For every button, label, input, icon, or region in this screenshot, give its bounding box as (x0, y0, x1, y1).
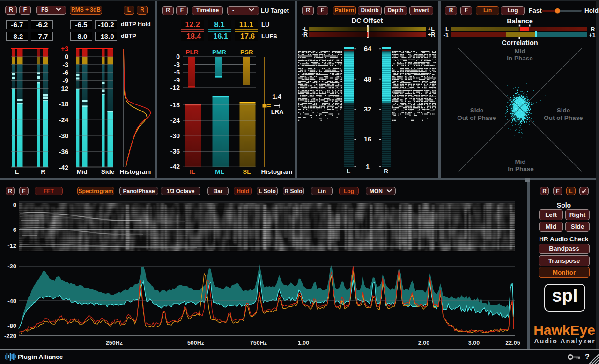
svg-text:-20: -20 (7, 263, 16, 270)
svg-text:Side: Side (101, 168, 115, 175)
svg-text:-9: -9 (174, 76, 180, 84)
svg-text:-220: -220 (4, 333, 16, 340)
svg-text:-3: -3 (174, 61, 180, 68)
svg-text:-30: -30 (59, 132, 68, 140)
svg-text:Histogram: Histogram (261, 168, 293, 175)
svg-text:-12: -12 (170, 84, 180, 91)
svg-text:-36: -36 (59, 148, 68, 156)
svg-text:-9: -9 (63, 77, 69, 84)
svg-text:-80: -80 (7, 322, 16, 329)
svg-text:LRA: LRA (271, 108, 284, 115)
svg-text:DC Offset: DC Offset (352, 17, 383, 24)
svg-text:Balance: Balance (507, 17, 533, 25)
svg-text:-12: -12 (7, 242, 16, 249)
svg-text:32: 32 (364, 105, 371, 113)
svg-text:3.00: 3.00 (468, 340, 480, 346)
svg-text:PLR: PLR (186, 49, 199, 56)
svg-text:Out of Phase: Out of Phase (544, 114, 583, 121)
svg-text:48: 48 (364, 75, 371, 83)
svg-text:-12: -12 (59, 85, 68, 92)
svg-text:1.4: 1.4 (272, 93, 281, 100)
svg-text:-1: -1 (443, 31, 449, 38)
svg-text:0: 0 (13, 201, 16, 208)
svg-text:250Hz: 250Hz (106, 340, 123, 346)
svg-text:1: 1 (366, 163, 370, 171)
svg-text:Mid: Mid (514, 48, 525, 55)
svg-text:Mid: Mid (76, 168, 87, 175)
svg-text:PSR: PSR (240, 49, 253, 56)
svg-text:-6: -6 (63, 69, 69, 76)
svg-text:PMR: PMR (212, 49, 226, 56)
svg-text:Out of Phase: Out of Phase (457, 114, 496, 121)
svg-text:-3: -3 (63, 61, 69, 68)
svg-text:ML: ML (215, 168, 224, 175)
svg-text:L: L (347, 168, 350, 175)
svg-text:64: 64 (364, 45, 371, 52)
svg-text:-42: -42 (59, 164, 68, 171)
svg-text:-42: -42 (170, 163, 180, 171)
svg-text:-30: -30 (170, 132, 180, 140)
svg-text:In Phase: In Phase (508, 165, 534, 172)
svg-text:-36: -36 (170, 148, 180, 155)
svg-text:16: 16 (364, 135, 371, 143)
svg-text:Correlation: Correlation (502, 39, 538, 46)
svg-text:2.00: 2.00 (418, 340, 429, 346)
svg-text:R: R (41, 168, 45, 175)
svg-text:750Hz: 750Hz (250, 340, 267, 346)
svg-text:-R: -R (302, 31, 308, 38)
svg-text:-18: -18 (59, 100, 68, 108)
svg-text:-24: -24 (59, 116, 68, 124)
svg-text:+1: +1 (589, 31, 596, 38)
svg-text:-6: -6 (11, 226, 16, 233)
svg-text:Histogram: Histogram (120, 168, 151, 175)
svg-text:SL: SL (243, 168, 251, 175)
svg-text:-24: -24 (170, 117, 180, 124)
svg-text:+R: +R (428, 31, 435, 38)
svg-text:Side: Side (470, 107, 484, 114)
svg-text:IL: IL (190, 168, 195, 175)
svg-text:22.05: 22.05 (505, 340, 520, 346)
svg-text:In Phase: In Phase (507, 55, 533, 62)
svg-text:L: L (15, 168, 19, 175)
svg-text:500Hz: 500Hz (187, 340, 204, 346)
svg-text:0: 0 (176, 53, 180, 60)
svg-text:Mid: Mid (515, 158, 525, 165)
svg-text:+3: +3 (61, 45, 68, 52)
svg-text:0: 0 (65, 53, 68, 60)
svg-text:-40: -40 (7, 297, 16, 305)
svg-text:-6: -6 (174, 68, 180, 76)
svg-text:Side: Side (557, 107, 570, 114)
svg-text:R: R (384, 168, 388, 175)
svg-text:-18: -18 (170, 101, 180, 109)
svg-text:1.00: 1.00 (298, 340, 309, 346)
